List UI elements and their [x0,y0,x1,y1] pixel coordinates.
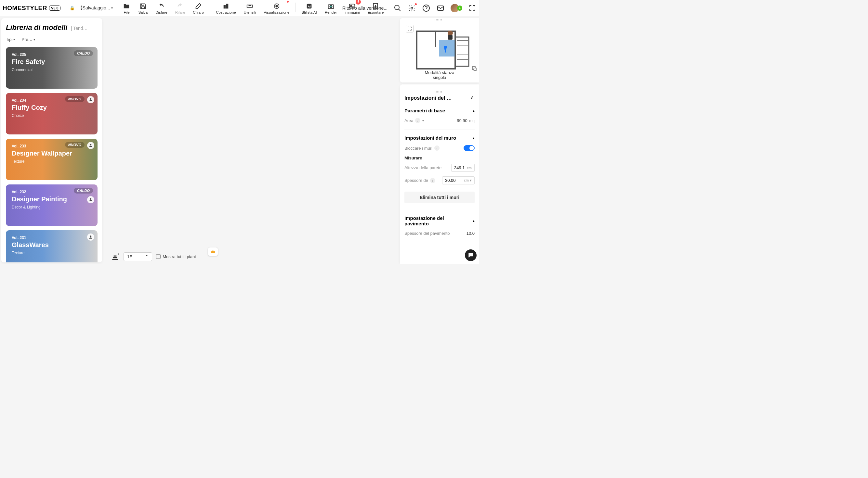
floor-thickness-row: Spessore del pavimento 10.0 [404,231,475,236]
premium-badge[interactable] [208,247,218,256]
toolbar-right: Ritorno alla versione... + [342,0,476,16]
chevron-down-icon[interactable]: ▾ [422,119,424,123]
room-mode-label[interactable]: Modalità stanza singola [420,70,459,80]
model-library-panel: Libreria di modelli | Tend… Tipi▾ Pre…▾ … [1,18,102,262]
eraser-icon [194,2,202,10]
chevron-up-icon: ▴ [473,136,475,140]
card-list: CALDO Vol. 235 Fire Safety Commercial NU… [6,47,97,262]
library-title: Libreria di modelli [6,23,67,32]
wall-settings-header[interactable]: Impostazioni del muro ▴ [404,135,475,141]
basic-params-header[interactable]: Parametri di base ▴ [404,108,475,113]
minimap-expand-button[interactable] [406,25,413,32]
card-title: Fire Safety [12,58,92,66]
chevron-down-icon: ▾ [33,38,35,41]
ruler-icon [246,2,254,10]
folder-icon [123,2,130,10]
area-row: Area i ▾ 99.90 mq [404,118,475,123]
library-filters: Tipi▾ Pre…▾ [6,37,97,42]
search-button[interactable] [393,4,402,12]
wall-thickness-value: 30.00 [445,178,456,183]
file-menu[interactable]: File [119,0,134,16]
render-label: Render [325,10,337,14]
library-card[interactable]: CALDO Vol. 235 Fire Safety Commercial [6,47,97,89]
filter-price[interactable]: Pre…▾ [22,37,35,42]
svg-point-8 [330,5,332,7]
card-title: GlassWares [12,241,92,249]
save-status-text: 【Salvataggio... [78,5,110,11]
library-card[interactable]: Vol. 231 GlassWares Texture [6,230,97,262]
chevron-up-icon: ▴ [473,218,475,223]
wall-height-input[interactable]: 349.1 cm [451,164,475,172]
fullscreen-button[interactable] [468,4,476,12]
camera-icon [327,2,335,10]
undo-button[interactable]: Disfare [152,0,171,16]
clear-button[interactable]: Chiaro [189,0,208,16]
save-icon [139,2,147,10]
save-status-dropdown[interactable]: 🔒 【Salvataggio... ▾ [69,5,113,11]
ai-stylist-button[interactable]: Ai Stilista AI [298,0,320,16]
file-label: File [124,10,130,14]
card-subtitle: Texture [12,251,92,255]
save-menu[interactable]: Salva [134,0,152,16]
notification-dot [415,3,417,5]
lock-walls-label: Bloccare i muri i [404,145,439,151]
minimap-panel: Modalità stanza singola [400,18,479,82]
card-subtitle: Choice [12,113,92,118]
minimap-floorplan[interactable] [416,31,469,69]
lock-icon: 🔒 [69,5,75,10]
revert-version-link[interactable]: Ritorno alla versione... [342,5,388,11]
wall-thickness-row: Spessore de i 30.00 cm ▾ [404,176,475,184]
chat-fab[interactable] [465,249,476,261]
card-volume: Vol. 234 [12,98,92,103]
wall-thickness-label: Spessore de i [404,178,435,183]
show-all-floors-row: Mostra tutti i piani [156,254,196,259]
drag-handle[interactable] [435,91,444,93]
eye-icon [273,2,281,10]
svg-rect-31 [448,35,453,40]
user-avatar[interactable]: + [451,4,462,12]
wall-height-value: 349.1 [454,165,465,170]
info-icon[interactable]: i [415,118,420,123]
top-toolbar: HOMESTYLER V5.0 🔒 【Salvataggio... ▾ File… [0,0,479,16]
show-all-floors-checkbox[interactable] [156,254,161,259]
info-icon[interactable]: i [434,145,439,151]
wall-thickness-input[interactable]: 30.00 cm ▾ [442,176,475,184]
svg-text:+: + [118,253,119,257]
settings-button[interactable] [408,4,416,12]
add-floor-button[interactable]: + [111,252,120,261]
library-card[interactable]: NUOVO Vol. 234 Fluffy Cozy Choice [6,93,97,134]
filter-price-label: Pre… [22,37,32,42]
expand-panel-button[interactable] [469,95,475,101]
wall-thickness-unit: cm ▾ [464,178,472,182]
visualization-menu[interactable]: Visualizzazione [260,0,293,16]
mail-button[interactable] [436,4,445,12]
properties-header: Impostazioni del … [404,95,475,101]
chevron-down-icon: ▾ [13,38,15,41]
measure-label: Misurare [404,156,475,161]
separator [210,3,210,12]
svg-rect-34 [474,68,476,71]
minimap-popout-button[interactable] [471,66,477,73]
floor-selector[interactable]: 1F ⌃ [124,252,152,261]
svg-rect-23 [455,37,469,66]
lock-walls-row: Bloccare i muri i [404,145,475,151]
filter-types-label: Tipi [6,37,12,42]
help-button[interactable] [422,4,430,12]
tools-menu[interactable]: Utensili [240,0,260,16]
construction-menu[interactable]: Costruzione [212,0,240,16]
floor-thickness-value: 10.0 [466,231,475,236]
delete-walls-button[interactable]: Elimina tutti i muri [404,192,475,203]
divider [404,210,475,210]
filter-types[interactable]: Tipi▾ [6,37,15,42]
lock-walls-toggle[interactable] [464,145,475,151]
divider [404,130,475,130]
info-icon[interactable]: i [430,178,435,183]
render-button[interactable]: Render [321,0,341,16]
floor-settings-header[interactable]: Impostazione del pavimento ▴ [404,215,475,226]
drag-handle[interactable] [435,19,444,21]
library-card[interactable]: CALDO Vol. 232 Designer Painting Décor &… [6,184,97,226]
basic-params-title: Parametri di base [404,108,445,113]
logo: HOMESTYLER [3,5,47,12]
undo-label: Disfare [155,10,167,14]
library-card[interactable]: NUOVO Vol. 233 Designer Wallpaper Textur… [6,139,97,180]
